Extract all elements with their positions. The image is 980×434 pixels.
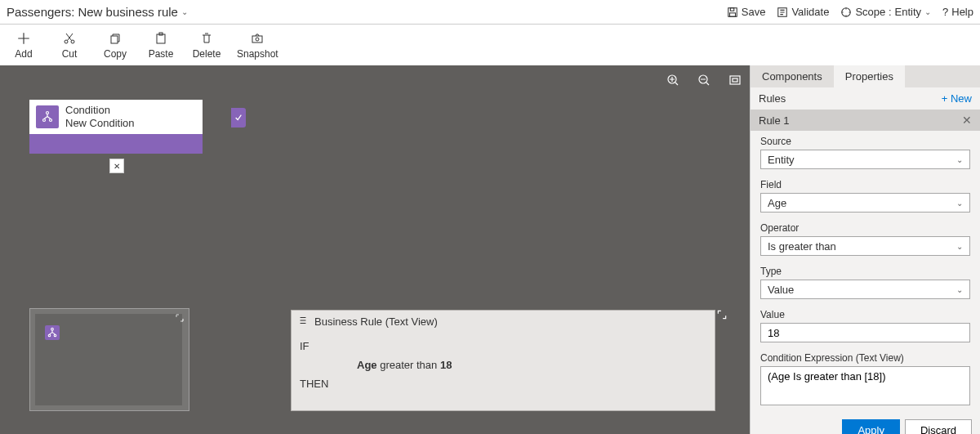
zoom-in-button[interactable] bbox=[665, 72, 681, 88]
validate-button[interactable]: Validate bbox=[777, 6, 829, 18]
node-footer-bar bbox=[29, 134, 203, 154]
paste-label: Paste bbox=[149, 48, 174, 60]
cut-icon bbox=[61, 30, 78, 47]
field-value: Age bbox=[768, 197, 786, 209]
fit-screen-button[interactable] bbox=[727, 72, 743, 88]
snapshot-button[interactable]: Snapshot bbox=[237, 30, 278, 60]
node-type-label: Condition bbox=[65, 104, 135, 117]
rule-name-label: Rule 1 bbox=[759, 114, 790, 127]
help-button[interactable]: ? Help bbox=[942, 6, 973, 18]
svg-rect-8 bbox=[157, 34, 165, 43]
main-area: Condition New Condition ✕ bbox=[0, 65, 980, 434]
source-value: Entity bbox=[768, 154, 795, 166]
plus-icon bbox=[16, 30, 32, 47]
operator-label: Operator bbox=[760, 222, 970, 234]
minimap-viewport bbox=[35, 314, 182, 405]
discard-button[interactable]: Discard bbox=[905, 419, 972, 434]
svg-point-18 bbox=[50, 119, 52, 122]
chevron-down-icon: ⌄ bbox=[956, 199, 963, 208]
node-false-branch[interactable]: ✕ bbox=[109, 159, 124, 173]
svg-point-20 bbox=[48, 334, 51, 337]
expression-text: Age greater than 18 bbox=[357, 359, 452, 371]
chevron-down-icon: ⌄ bbox=[956, 242, 963, 251]
cut-label: Cut bbox=[62, 48, 78, 60]
toolbar: Add Cut Copy Paste Delete Snapshot bbox=[0, 25, 980, 65]
operator-value: Is greater than bbox=[768, 240, 836, 253]
paste-button[interactable]: Paste bbox=[145, 30, 176, 60]
source-label: Source bbox=[760, 136, 970, 147]
chevron-down-icon: ⌄ bbox=[956, 285, 963, 294]
node-name-label: New Condition bbox=[65, 117, 135, 130]
svg-point-5 bbox=[65, 40, 68, 43]
zoom-out-button[interactable] bbox=[696, 72, 712, 88]
textview-expand-button[interactable] bbox=[715, 307, 729, 322]
condition-node[interactable]: Condition New Condition ✕ bbox=[29, 100, 203, 154]
snapshot-label: Snapshot bbox=[237, 48, 278, 60]
expression-label: Condition Expression (Text View) bbox=[760, 352, 970, 364]
save-icon bbox=[727, 7, 738, 18]
validate-label: Validate bbox=[791, 6, 829, 18]
camera-icon bbox=[249, 30, 265, 47]
type-value: Value bbox=[768, 284, 794, 296]
svg-point-16 bbox=[47, 112, 49, 114]
operator-select[interactable]: Is greater than ⌄ bbox=[760, 236, 970, 256]
apply-button[interactable]: Apply bbox=[842, 419, 900, 434]
svg-point-19 bbox=[51, 328, 54, 330]
type-label: Type bbox=[760, 266, 970, 277]
svg-point-17 bbox=[43, 119, 46, 122]
svg-rect-7 bbox=[111, 36, 118, 43]
delete-label: Delete bbox=[193, 48, 221, 60]
chevron-down-icon: ⌄ bbox=[924, 7, 931, 16]
value-label: Value bbox=[760, 309, 970, 320]
svg-rect-14 bbox=[730, 76, 740, 84]
svg-rect-2 bbox=[729, 12, 735, 16]
rules-label: Rules bbox=[759, 92, 786, 105]
minimap[interactable] bbox=[29, 308, 189, 411]
save-label: Save bbox=[742, 6, 766, 18]
svg-rect-10 bbox=[252, 36, 262, 43]
then-keyword: THEN bbox=[300, 378, 332, 390]
panel-tabs: Components Properties bbox=[751, 65, 980, 87]
tab-components[interactable]: Components bbox=[751, 65, 834, 87]
tab-properties[interactable]: Properties bbox=[834, 65, 905, 87]
scope-selector[interactable]: Scope : Entity ⌄ bbox=[840, 6, 931, 18]
condition-icon bbox=[36, 105, 59, 128]
source-select[interactable]: Entity ⌄ bbox=[760, 150, 970, 169]
canvas-controls bbox=[665, 72, 743, 88]
chevron-down-icon: ⌄ bbox=[181, 7, 188, 16]
scope-icon bbox=[840, 7, 852, 18]
field-select[interactable]: Age ⌄ bbox=[760, 193, 970, 213]
help-label: Help bbox=[951, 6, 973, 18]
chevron-down-icon: ⌄ bbox=[956, 155, 963, 164]
value-input[interactable] bbox=[760, 323, 970, 342]
page-title[interactable]: Passengers: New business rule ⌄ bbox=[7, 5, 188, 19]
delete-button[interactable]: Delete bbox=[191, 30, 222, 60]
side-panel: Components Properties Rules + New Rule 1… bbox=[750, 65, 980, 434]
business-rule-text-view: Business Rule (Text View) IF Age greater… bbox=[291, 310, 715, 411]
copy-button[interactable]: Copy bbox=[100, 30, 131, 60]
minimap-node-icon bbox=[45, 325, 60, 340]
save-button[interactable]: Save bbox=[727, 6, 766, 18]
paste-icon bbox=[153, 30, 169, 47]
svg-point-21 bbox=[54, 334, 56, 337]
expression-textarea[interactable] bbox=[760, 366, 970, 405]
rule-name: New business rule bbox=[78, 5, 178, 19]
rule-delete-button[interactable]: ✕ bbox=[962, 114, 972, 127]
add-label: Add bbox=[15, 48, 32, 60]
designer-canvas[interactable]: Condition New Condition ✕ bbox=[0, 65, 750, 434]
rules-header: Rules + New bbox=[751, 87, 980, 110]
textview-header: Business Rule (Text View) bbox=[292, 311, 715, 332]
condition-node-header: Condition New Condition bbox=[29, 100, 203, 134]
rule-header[interactable]: Rule 1 ✕ bbox=[751, 110, 980, 131]
header-bar: Passengers: New business rule ⌄ Save Val… bbox=[0, 0, 980, 25]
new-rule-button[interactable]: + New bbox=[942, 92, 972, 105]
if-keyword: IF bbox=[300, 340, 332, 352]
svg-point-11 bbox=[256, 38, 259, 41]
scope-value: Entity bbox=[895, 6, 922, 18]
cut-button[interactable]: Cut bbox=[54, 30, 85, 60]
validate-icon bbox=[777, 7, 788, 18]
add-button[interactable]: Add bbox=[8, 30, 39, 60]
type-select[interactable]: Value ⌄ bbox=[760, 280, 970, 299]
node-true-branch[interactable] bbox=[231, 108, 246, 128]
panel-footer: Apply Discard bbox=[751, 413, 980, 434]
